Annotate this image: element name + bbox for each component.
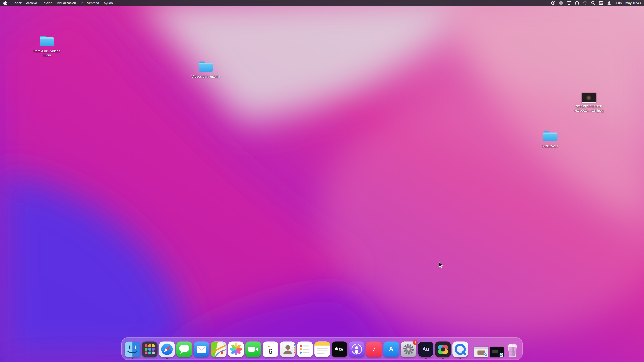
minimized-window-2[interactable] — [490, 347, 504, 357]
menubar-clock[interactable]: Lun 6 may 10:43 — [616, 1, 641, 5]
desktop-icon-label: PODCAST — [533, 145, 568, 149]
screen-record-icon[interactable] — [552, 1, 556, 5]
dock-launchpad-icon[interactable] — [142, 342, 158, 357]
menu-visualizacion[interactable]: Visualización — [57, 1, 76, 5]
tv-label: tv — [339, 347, 344, 352]
search-icon[interactable] — [591, 1, 595, 5]
dock-adobe-audition-icon[interactable]: Au — [418, 342, 434, 357]
dock-finder-icon[interactable] — [125, 342, 140, 357]
folder-icon — [542, 130, 558, 142]
image-thumbnail-icon — [582, 93, 596, 103]
dock: MAY 6 — [122, 337, 522, 360]
menu-ventana[interactable]: Ventana — [87, 1, 99, 5]
dock-photos-icon[interactable] — [228, 342, 244, 357]
dock-maps-icon[interactable] — [211, 342, 226, 357]
desktop-folder-podcast[interactable]: PODCAST — [532, 130, 569, 149]
quicktime-badge-icon — [499, 353, 503, 357]
menu-finder[interactable]: Finder — [12, 1, 22, 5]
mini-window-titlebar — [474, 347, 488, 349]
running-indicator — [166, 358, 168, 359]
mini-window-content — [478, 351, 485, 355]
mini-window-content — [492, 350, 498, 354]
dock-quicktime-icon[interactable] — [452, 342, 468, 357]
dock-system-preferences-icon[interactable]: 1 — [400, 342, 416, 357]
desktop-icon-label: Para Asun, vídeos Juani — [29, 49, 64, 57]
dock-music-icon[interactable]: ♪ — [366, 342, 382, 357]
dock-facetime-icon[interactable] — [246, 342, 261, 357]
dock-mail-icon[interactable] — [194, 342, 209, 357]
running-indicator — [442, 358, 444, 359]
running-indicator — [460, 358, 461, 359]
dock-app-store-icon[interactable]: A — [384, 342, 399, 357]
dock-contacts-icon[interactable] — [280, 342, 296, 357]
app-store-letter: A — [389, 346, 394, 353]
creative-cloud-icon[interactable] — [559, 1, 563, 5]
menu-archivo[interactable]: Archivo — [26, 1, 37, 5]
menu-ir[interactable]: Ir — [80, 1, 82, 5]
apple-menu-icon[interactable] — [3, 1, 7, 5]
folder-icon — [39, 35, 54, 47]
audition-label: Au — [422, 347, 429, 352]
calendar-day-label: 6 — [268, 348, 272, 355]
desktop-folder-para-asun[interactable]: Para Asun, vídeos Juani — [28, 35, 65, 58]
dock-messages-icon[interactable] — [176, 342, 192, 357]
calendar-month-label: MAY — [268, 345, 273, 348]
desktop-folder-videos-tutorial[interactable]: Vídeos para tutorial — [187, 60, 224, 79]
music-note-glyph: ♪ — [372, 345, 376, 353]
minimized-window-1[interactable] — [474, 347, 488, 357]
folder-icon — [198, 60, 214, 73]
dock-notes-icon[interactable] — [314, 342, 330, 357]
quicktime-badge-icon — [484, 353, 488, 357]
desktop-wallpaper — [0, 0, 644, 362]
dock-trash-icon[interactable] — [505, 342, 519, 357]
dock-reminders-icon[interactable] — [297, 342, 313, 357]
notification-badge: 1 — [413, 340, 418, 345]
menu-edicion[interactable]: Edición — [42, 1, 52, 5]
desktop-screen: Finder Archivo Edición Visualización Ir … — [0, 0, 644, 362]
dock-calendar-icon[interactable]: MAY 6 — [263, 342, 278, 357]
dock-safari-icon[interactable] — [159, 342, 175, 357]
dock-apple-tv-icon[interactable]: tv — [332, 342, 347, 357]
dock-divider — [471, 340, 471, 357]
menu-ayuda[interactable]: Ayuda — [104, 1, 113, 5]
dock-podcasts-icon[interactable] — [349, 342, 364, 357]
control-center-icon[interactable] — [599, 1, 604, 5]
display-icon[interactable] — [567, 1, 572, 5]
desktop-icon-label: Vídeos para tutorial — [188, 75, 224, 79]
headphones-icon[interactable] — [575, 1, 579, 5]
user-switch-icon[interactable] — [607, 1, 611, 5]
running-indicator — [425, 358, 426, 359]
running-indicator — [132, 358, 133, 359]
wifi-icon[interactable] — [583, 1, 588, 5]
desktop-image-sobreviviente[interactable]: SOBREVIVIENTE HOLOCA…OK.jpeg — [570, 93, 607, 113]
dock-davinci-resolve-icon[interactable] — [435, 342, 451, 357]
menu-bar: Finder Archivo Edición Visualización Ir … — [0, 0, 644, 6]
mouse-cursor — [439, 261, 444, 268]
desktop-icon-label: SOBREVIVIENTE HOLOCA…OK.jpeg — [571, 105, 607, 113]
